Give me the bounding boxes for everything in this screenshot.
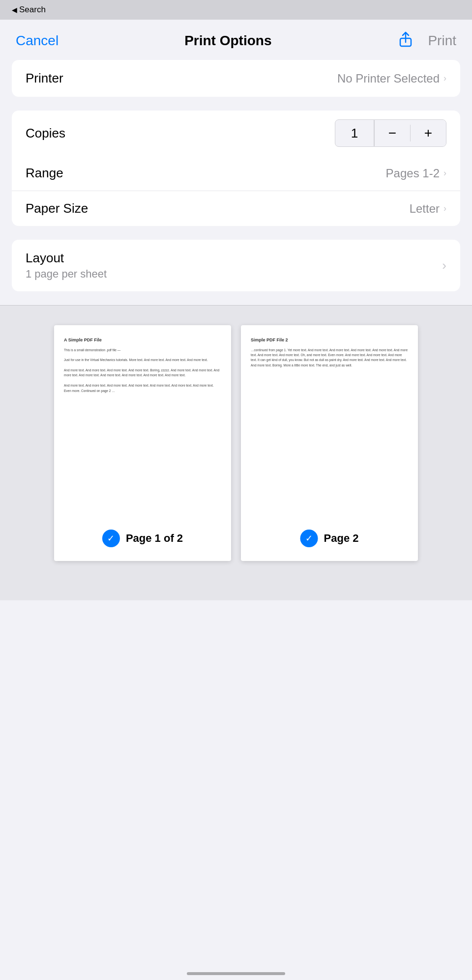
cancel-button[interactable]: Cancel bbox=[16, 33, 59, 49]
copies-value: 1 bbox=[335, 119, 374, 147]
header-actions: Print bbox=[397, 31, 456, 50]
stepper-group: − + bbox=[374, 119, 446, 147]
layout-title: Layout bbox=[26, 251, 107, 266]
page-1-content: A Simple PDF File This is a small demons… bbox=[54, 325, 231, 405]
printer-row[interactable]: Printer No Printer Selected › bbox=[12, 60, 460, 97]
range-chevron-icon: › bbox=[443, 168, 446, 178]
share-icon bbox=[397, 41, 414, 50]
page-2-text: …continued from page 1. Yet more text. A… bbox=[251, 348, 408, 368]
paper-size-chevron-icon: › bbox=[443, 203, 446, 214]
printer-section: Printer No Printer Selected › bbox=[12, 60, 460, 97]
page-1-text: This is a small demonstration .pdf file … bbox=[64, 348, 221, 394]
range-row[interactable]: Range Pages 1-2 › bbox=[12, 156, 460, 191]
paper-size-row[interactable]: Paper Size Letter › bbox=[12, 191, 460, 226]
printer-value: No Printer Selected bbox=[337, 72, 440, 85]
range-label: Range bbox=[26, 166, 63, 181]
paper-size-value-wrap: Letter › bbox=[410, 202, 446, 216]
range-value-wrap: Pages 1-2 › bbox=[386, 167, 446, 180]
printer-label: Printer bbox=[26, 71, 63, 86]
home-indicator bbox=[187, 972, 285, 975]
page-1-badge: ✓ Page 1 of 2 bbox=[90, 525, 195, 552]
printer-chevron-icon: › bbox=[443, 73, 446, 84]
page-1-title: A Simple PDF File bbox=[64, 337, 221, 344]
page-2-title: Simple PDF File 2 bbox=[251, 337, 408, 344]
layout-text: Layout 1 page per sheet bbox=[26, 251, 107, 280]
share-button[interactable] bbox=[397, 31, 414, 50]
layout-row[interactable]: Layout 1 page per sheet › bbox=[12, 240, 460, 291]
paper-size-value: Letter bbox=[410, 202, 440, 216]
page-2-badge: ✓ Page 2 bbox=[289, 525, 371, 552]
copies-row: Copies 1 − + bbox=[12, 111, 460, 156]
page-2-check-icon: ✓ bbox=[300, 530, 318, 547]
preview-area: A Simple PDF File This is a small demons… bbox=[0, 306, 472, 600]
page-title: Print Options bbox=[184, 33, 271, 49]
range-value: Pages 1-2 bbox=[386, 167, 440, 180]
page-2-badge-label: Page 2 bbox=[324, 532, 359, 545]
layout-chevron-icon: › bbox=[442, 258, 446, 273]
options-section: Copies 1 − + Range Pages 1-2 › Paper Siz… bbox=[12, 111, 460, 226]
copies-label: Copies bbox=[26, 126, 65, 141]
page-preview-2[interactable]: Simple PDF File 2 …continued from page 1… bbox=[241, 325, 418, 561]
decrement-button[interactable]: − bbox=[375, 119, 410, 147]
layout-subtitle: 1 page per sheet bbox=[26, 268, 107, 280]
layout-section: Layout 1 page per sheet › bbox=[12, 240, 460, 291]
copies-controls: 1 − + bbox=[335, 119, 446, 147]
page-2-content: Simple PDF File 2 …continued from page 1… bbox=[241, 325, 418, 380]
back-label: Search bbox=[19, 5, 46, 15]
paper-size-label: Paper Size bbox=[26, 201, 88, 216]
increment-button[interactable]: + bbox=[411, 119, 446, 147]
page-preview-1[interactable]: A Simple PDF File This is a small demons… bbox=[54, 325, 231, 561]
printer-value-wrap: No Printer Selected › bbox=[337, 72, 446, 85]
back-navigation[interactable]: ◀ Search bbox=[12, 5, 46, 15]
back-chevron-icon: ◀ bbox=[12, 6, 17, 14]
header: Cancel Print Options Print bbox=[0, 20, 472, 60]
page-1-badge-label: Page 1 of 2 bbox=[126, 532, 183, 545]
page-1-check-icon: ✓ bbox=[102, 530, 120, 547]
print-button[interactable]: Print bbox=[428, 33, 456, 49]
status-bar: ◀ Search bbox=[0, 0, 472, 20]
